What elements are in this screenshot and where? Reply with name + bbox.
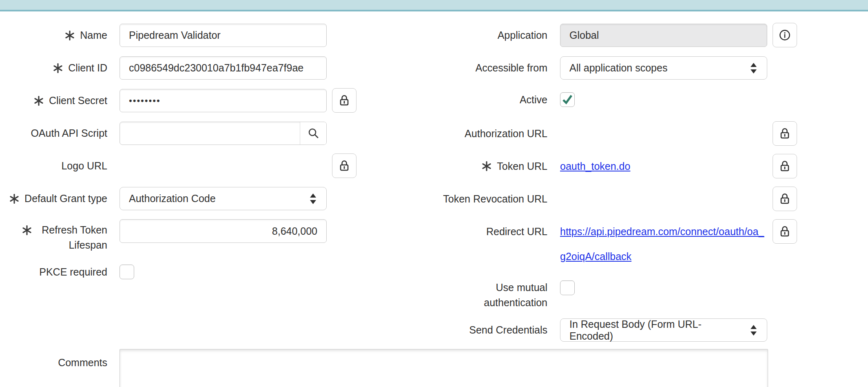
redirect-url-label: Redirect URL [424,219,547,244]
default-grant-type-select[interactable]: Authorization Code [120,187,327,210]
check-icon [562,94,573,105]
send-credentials-label: Send Credentials [424,318,547,342]
redirect-url-lock-button[interactable] [773,219,797,244]
client-id-label-text: Client ID [68,60,107,76]
token-url-lock-button[interactable] [773,154,797,178]
authorization-url-lock-button[interactable] [773,121,797,146]
logo-url-lock-button[interactable] [332,153,356,178]
use-mutual-authentication-label-text: Use mutual authentication [470,280,547,310]
oauth-api-script-input[interactable] [120,122,300,145]
redirect-url-link-line1-wrap: https://api.pipedream.com/connect/oauth/… [560,219,764,244]
name-input[interactable] [120,24,327,47]
token-url-link-wrap: oauth_token.do [560,154,630,178]
lock-icon [779,225,790,238]
refresh-token-lifespan-label-text: Refresh Token Lifespan [37,222,107,253]
select-arrows-icon [750,62,757,74]
pkce-required-label-text: PKCE required [39,265,107,280]
required-asterisk-icon [482,161,491,171]
token-revocation-url-lock-button[interactable] [773,187,797,211]
lock-icon [339,160,350,172]
lock-icon [779,193,790,205]
accessible-from-label: Accessible from [424,56,547,80]
default-grant-type-label: Default Grant type [0,187,107,210]
search-icon [308,128,319,139]
send-credentials-select[interactable]: In Request Body (Form URL-Encoded) [560,318,767,342]
comments-textarea[interactable] [120,349,768,387]
active-label-text: Active [520,92,547,107]
token-revocation-url-label-text: Token Revocation URL [443,191,547,207]
client-id-label: Client ID [0,56,107,80]
accessible-from-label-text: Accessible from [476,60,547,76]
accessible-from-select[interactable]: All application scopes [560,56,767,80]
form-header-tab-strip [0,0,868,11]
comments-label: Comments [0,355,107,370]
token-url-label: Token URL [424,154,547,178]
application-label: Application [424,24,547,47]
lock-icon [779,160,790,172]
redirect-url-link-line2[interactable]: g2oiqA/callback [560,251,631,262]
active-checkbox[interactable] [560,92,575,107]
send-credentials-label-text: Send Credentials [469,322,547,338]
refresh-token-lifespan-label: Refresh Token Lifespan [0,222,107,253]
client-secret-input[interactable] [120,89,327,112]
send-credentials-value: In Request Body (Form URL-Encoded) [569,318,744,342]
oauth-api-script-reference-field [120,122,327,145]
select-arrows-icon [750,325,757,336]
oauth-api-script-label-text: OAuth API Script [31,126,107,141]
authorization-url-label-text: Authorization URL [465,126,547,141]
application-input [560,24,767,47]
authorization-url-label: Authorization URL [424,121,547,146]
refresh-token-lifespan-input[interactable] [120,219,327,243]
client-secret-label-text: Client Secret [49,93,107,108]
name-label: Name [0,24,107,47]
required-asterisk-icon [65,31,74,40]
token-url-label-text: Token URL [497,159,547,174]
application-info-button[interactable] [773,23,797,47]
required-asterisk-icon [34,96,43,106]
default-grant-type-label-text: Default Grant type [24,191,107,206]
required-asterisk-icon [10,194,19,204]
form-page: Name Client ID Client Secret OAuth API S… [0,0,868,387]
lock-icon [339,94,350,107]
logo-url-label-text: Logo URL [61,158,107,173]
client-id-input[interactable] [120,56,327,80]
select-arrows-icon [310,193,317,205]
logo-url-label: Logo URL [0,154,107,178]
pkce-required-label: PKCE required [0,265,107,279]
token-revocation-url-label: Token Revocation URL [424,187,547,211]
application-label-text: Application [498,28,547,43]
pkce-required-checkbox[interactable] [120,265,134,279]
use-mutual-authentication-label: Use mutual authentication [424,280,547,310]
name-label-text: Name [80,28,107,43]
token-url-link[interactable]: oauth_token.do [560,160,630,172]
active-label: Active [424,92,547,107]
lock-icon [779,127,790,140]
info-icon [779,29,790,41]
redirect-url-link-line2-wrap: g2oiqA/callback [560,250,631,263]
oauth-api-script-label: OAuth API Script [0,122,107,145]
default-grant-type-value: Authorization Code [129,193,216,205]
accessible-from-value: All application scopes [569,62,667,74]
oauth-api-script-lookup-button[interactable] [300,122,326,145]
redirect-url-label-text: Redirect URL [486,224,547,239]
required-asterisk-icon [53,63,62,73]
use-mutual-authentication-checkbox[interactable] [560,280,575,295]
client-secret-label: Client Secret [0,89,107,112]
comments-label-text: Comments [58,355,107,370]
client-secret-lock-button[interactable] [332,88,356,113]
required-asterisk-icon [22,225,31,235]
redirect-url-link-line1[interactable]: https://api.pipedream.com/connect/oauth/… [560,226,764,238]
